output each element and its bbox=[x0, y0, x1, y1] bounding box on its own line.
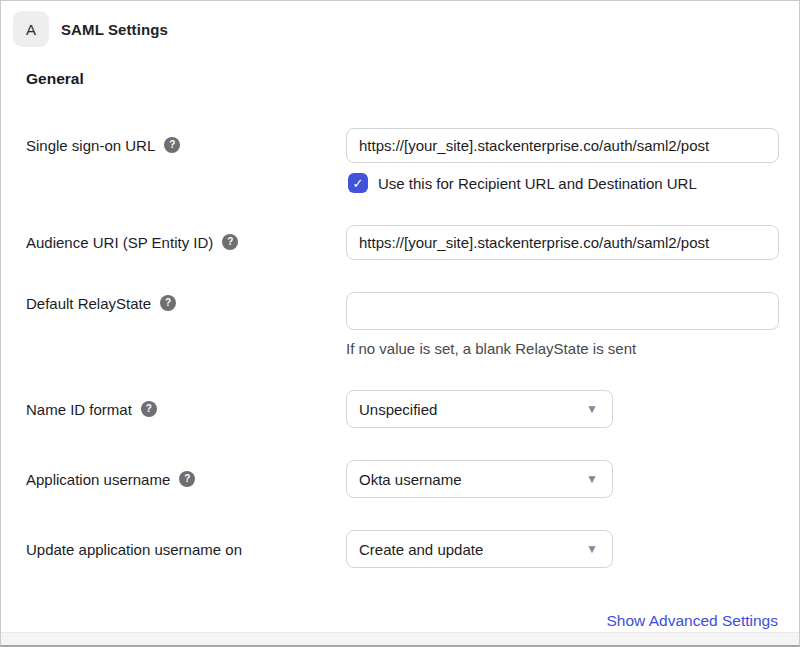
nameid-format-select[interactable]: Unspecified ▼ bbox=[346, 390, 613, 428]
application-username-label-row: Application username ? bbox=[26, 469, 195, 489]
update-username-selected-value: Create and update bbox=[359, 541, 586, 558]
relaystate-input[interactable] bbox=[346, 292, 779, 330]
relaystate-label: Default RelayState bbox=[26, 295, 151, 312]
sso-url-label-row: Single sign-on URL ? bbox=[26, 135, 180, 155]
nameid-format-label-row: Name ID format ? bbox=[26, 399, 157, 419]
update-username-label: Update application username on bbox=[26, 541, 242, 558]
page-title: SAML Settings bbox=[61, 21, 168, 38]
sso-url-label: Single sign-on URL bbox=[26, 137, 155, 154]
application-username-label: Application username bbox=[26, 471, 170, 488]
section-heading-general: General bbox=[26, 70, 84, 88]
help-icon[interactable]: ? bbox=[141, 401, 157, 417]
sso-url-input[interactable] bbox=[346, 128, 779, 163]
relaystate-helper-text: If no value is set, a blank RelayState i… bbox=[346, 340, 636, 357]
help-icon[interactable]: ? bbox=[179, 471, 195, 487]
audience-uri-input[interactable] bbox=[346, 225, 779, 260]
nameid-format-label: Name ID format bbox=[26, 401, 132, 418]
audience-uri-label-row: Audience URI (SP Entity ID) ? bbox=[26, 232, 238, 252]
audience-uri-label: Audience URI (SP Entity ID) bbox=[26, 234, 213, 251]
chevron-down-icon: ▼ bbox=[586, 543, 598, 555]
application-username-selected-value: Okta username bbox=[359, 471, 586, 488]
chevron-down-icon: ▼ bbox=[586, 473, 598, 485]
relaystate-label-row: Default RelayState ? bbox=[26, 293, 176, 313]
help-icon[interactable]: ? bbox=[222, 234, 238, 250]
chevron-down-icon: ▼ bbox=[586, 403, 598, 415]
application-username-select[interactable]: Okta username ▼ bbox=[346, 460, 613, 498]
help-icon[interactable]: ? bbox=[164, 137, 180, 153]
bottom-edge-strip bbox=[1, 632, 799, 645]
recipient-url-checkbox-label[interactable]: Use this for Recipient URL and Destinati… bbox=[378, 174, 697, 193]
update-username-label-row: Update application username on bbox=[26, 539, 242, 559]
update-username-select[interactable]: Create and update ▼ bbox=[346, 530, 613, 568]
nameid-format-selected-value: Unspecified bbox=[359, 401, 586, 418]
saml-settings-panel: A SAML Settings General Single sign-on U… bbox=[0, 0, 800, 647]
checkbox-check-icon: ✓ bbox=[353, 176, 364, 191]
app-logo-badge: A bbox=[13, 11, 49, 47]
recipient-url-checkbox[interactable]: ✓ bbox=[348, 173, 368, 193]
show-advanced-settings-link[interactable]: Show Advanced Settings bbox=[607, 612, 778, 630]
help-icon[interactable]: ? bbox=[160, 295, 176, 311]
